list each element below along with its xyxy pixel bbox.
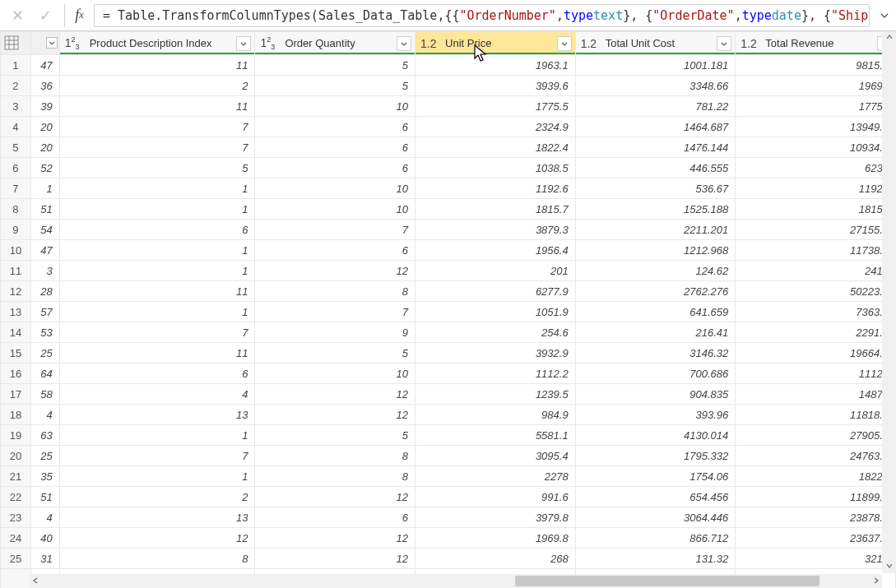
cell[interactable]: 991.6 — [416, 487, 576, 507]
cell[interactable]: 1 — [59, 178, 255, 199]
integer-type-icon[interactable]: 123 — [65, 35, 85, 51]
cell[interactable]: 11 — [59, 96, 255, 117]
cell[interactable]: 7 — [59, 446, 255, 466]
column-header-total-unit-cost[interactable]: 1.2Total Unit Cost — [575, 32, 736, 55]
cell[interactable]: 3879.3 — [416, 220, 576, 240]
cell[interactable]: 1 — [59, 240, 255, 261]
cell[interactable]: 1815.7 — [416, 199, 576, 220]
row-number[interactable]: 6 — [1, 158, 31, 178]
cell-extra-left[interactable]: 64 — [30, 363, 59, 384]
cell[interactable]: 50223.2 — [736, 281, 896, 302]
cell[interactable]: 6 — [255, 507, 416, 528]
cell[interactable]: 1 — [59, 261, 255, 281]
row-number[interactable]: 17 — [1, 384, 31, 405]
cell[interactable]: 1795.332 — [575, 446, 736, 466]
cell[interactable]: 2 — [59, 487, 255, 507]
cell[interactable]: 10 — [255, 96, 416, 117]
cell[interactable]: 3348.66 — [575, 76, 736, 96]
row-number[interactable]: 3 — [1, 96, 31, 117]
cell[interactable]: 6 — [59, 363, 255, 384]
cell-extra-left[interactable]: 28 — [30, 281, 59, 302]
row-number[interactable]: 13 — [1, 302, 31, 322]
row-number[interactable]: 9 — [1, 220, 31, 240]
cell[interactable]: 904.835 — [575, 384, 736, 405]
cell[interactable]: 12 — [255, 405, 416, 425]
cell[interactable]: 1963.1 — [416, 55, 576, 76]
cell-extra-left[interactable]: 25 — [30, 446, 59, 466]
cell[interactable]: 3939.6 — [416, 76, 576, 96]
row-number[interactable]: 24 — [1, 528, 31, 549]
row-number[interactable]: 8 — [1, 199, 31, 220]
cell[interactable]: 5 — [255, 55, 416, 76]
table-row[interactable]: 2531812268131.323216 — [1, 549, 896, 569]
cell[interactable]: 7 — [59, 322, 255, 343]
table-row[interactable]: 2341363979.83064.44623878.8 — [1, 507, 896, 528]
row-number[interactable]: 7 — [1, 178, 31, 199]
formula-input[interactable]: = Table.TransformColumnTypes(Sales_Data_… — [94, 4, 870, 27]
cell[interactable]: 6231 — [736, 158, 896, 178]
cell[interactable]: 10 — [255, 178, 416, 199]
table-row[interactable]: 1841312984.9393.9611818.8 — [1, 405, 896, 425]
cell[interactable]: 12 — [255, 528, 416, 549]
cell-extra-left[interactable]: 47 — [30, 55, 59, 76]
formula-expand-button[interactable] — [873, 4, 896, 27]
cell[interactable]: 201 — [416, 261, 576, 281]
scroll-right-icon[interactable] — [870, 576, 882, 586]
cell[interactable]: 4 — [59, 384, 255, 405]
cell[interactable]: 27905.5 — [736, 425, 896, 446]
cell-extra-left[interactable]: 4 — [30, 507, 59, 528]
scroll-down-icon[interactable] — [885, 560, 894, 573]
column-header-product-description-index[interactable]: 123Product Description Index — [59, 32, 255, 55]
table-row[interactable]: 2025783095.41795.33224763.2 — [1, 446, 896, 466]
cell[interactable]: 8 — [255, 281, 416, 302]
cell[interactable]: 536.67 — [575, 178, 736, 199]
cell[interactable]: 10 — [255, 199, 416, 220]
cell[interactable]: 4130.014 — [575, 425, 736, 446]
row-number[interactable]: 18 — [1, 405, 31, 425]
cell[interactable]: 1 — [59, 302, 255, 322]
cell[interactable]: 3095.4 — [416, 446, 576, 466]
cell[interactable]: 23878.8 — [736, 507, 896, 528]
cell[interactable]: 14874 — [736, 384, 896, 405]
cell[interactable]: 6277.9 — [416, 281, 576, 302]
cell[interactable]: 1051.9 — [416, 302, 576, 322]
cell[interactable]: 11738.4 — [736, 240, 896, 261]
row-number[interactable]: 14 — [1, 322, 31, 343]
select-all-corner[interactable] — [1, 32, 31, 55]
cell[interactable]: 11122 — [736, 363, 896, 384]
cell[interactable]: 393.96 — [575, 405, 736, 425]
cell[interactable]: 12 — [255, 487, 416, 507]
table-row[interactable]: 113112201124.622412 — [1, 261, 896, 281]
cell[interactable]: 866.712 — [575, 528, 736, 549]
filter-dropdown-button[interactable] — [397, 36, 411, 51]
cell[interactable]: 1956.4 — [416, 240, 576, 261]
cell-extra-left[interactable]: 51 — [30, 487, 59, 507]
row-number[interactable]: 1 — [1, 55, 31, 76]
table-row[interactable]: 1471151963.11001.1819815.5 — [1, 55, 896, 76]
cell[interactable]: 7 — [255, 302, 416, 322]
cell[interactable]: 8 — [59, 549, 255, 569]
formula-accept-button[interactable]: ✓ — [33, 3, 58, 28]
cell[interactable]: 12 — [255, 384, 416, 405]
cell[interactable]: 781.22 — [575, 96, 736, 117]
row-number[interactable]: 21 — [1, 466, 31, 487]
cell[interactable]: 18224 — [736, 466, 896, 487]
cell[interactable]: 3064.446 — [575, 507, 736, 528]
cell[interactable]: 2 — [59, 76, 255, 96]
cell[interactable]: 216.41 — [575, 322, 736, 343]
cell[interactable]: 1 — [59, 199, 255, 220]
cell[interactable]: 13949.4 — [736, 117, 896, 137]
cell[interactable]: 1001.181 — [575, 55, 736, 76]
table-row[interactable]: 16646101112.2700.68611122 — [1, 363, 896, 384]
table-row[interactable]: 21351822781754.0618224 — [1, 466, 896, 487]
cell-extra-left[interactable]: 54 — [30, 220, 59, 240]
column-header-order-quantity[interactable]: 123Order Quantity — [255, 32, 416, 55]
cell[interactable]: 10934.4 — [736, 137, 896, 158]
cell-extra-left[interactable]: 35 — [30, 466, 59, 487]
cell[interactable]: 24763.2 — [736, 446, 896, 466]
filter-dropdown-button[interactable] — [236, 36, 251, 51]
chevron-down-icon[interactable] — [46, 37, 58, 49]
cell[interactable]: 700.686 — [575, 363, 736, 384]
cell[interactable]: 3216 — [736, 549, 896, 569]
cell[interactable]: 446.555 — [575, 158, 736, 178]
